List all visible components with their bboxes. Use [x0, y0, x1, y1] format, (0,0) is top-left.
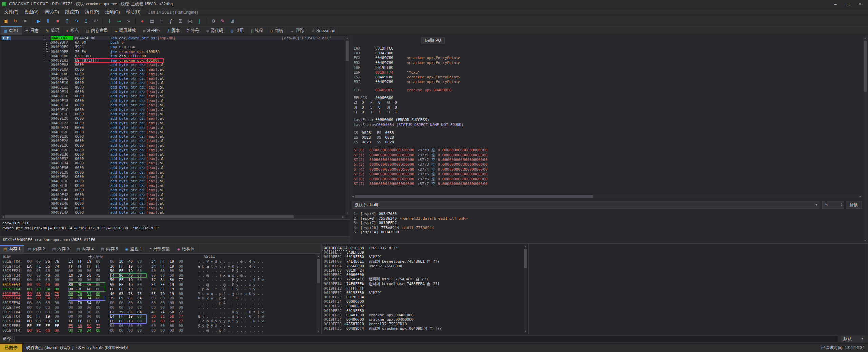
register-row[interactable]: ZF0PF0AF0	[354, 100, 862, 105]
disasm-row[interactable]: 00409E1C0000add byte ptr ds:[eax],al	[1, 107, 345, 112]
disasm-instruction[interactable]: add byte ptr ds:[eax],al	[108, 170, 282, 175]
dump-byte[interactable]: 9C	[78, 287, 87, 292]
disasm-address[interactable]: 00409E40	[51, 188, 73, 192]
register-row[interactable]: ST(7)00000000000000000000x87r7空0.0000000…	[354, 182, 862, 187]
disasm-instruction[interactable]: add byte ptr ds:[eax],al	[108, 116, 282, 121]
dump-dword-group[interactable]: 00004000	[27, 273, 64, 278]
disasm-row[interactable]: 00409E200000add byte ptr ds:[eax],al	[1, 116, 345, 121]
register-value[interactable]: 00347000	[375, 51, 402, 56]
dump-dword-group[interactable]: 00000000	[68, 269, 105, 273]
stack-address[interactable]: 0019FF34	[322, 317, 346, 322]
flag-ss[interactable]: SS002B	[377, 140, 394, 145]
disasm-bytes[interactable]: 8D4424 80	[73, 36, 108, 40]
disasm-gutter[interactable]	[1, 67, 51, 72]
disasm-bytes[interactable]: 75 FA	[73, 50, 108, 54]
dump-dword-group[interactable]: 00000000	[151, 269, 188, 273]
disasm-row[interactable]: 00409E120000add byte ptr ds:[eax],al	[1, 85, 345, 90]
dump-byte[interactable]: 00	[179, 301, 188, 306]
dump-address[interactable]: 0019FFF4	[1, 328, 23, 333]
disasm-row[interactable]: 00409E320000add byte ptr ds:[eax],al	[1, 157, 345, 161]
dump-byte[interactable]: 34	[160, 278, 170, 282]
dump-byte[interactable]: 00	[160, 328, 170, 333]
disasm-address[interactable]: 00409E36	[51, 165, 73, 170]
scroll-right-icon[interactable]: ▶	[341, 215, 345, 219]
disasm-bytes[interactable]: 0000	[73, 125, 108, 130]
tab-notes[interactable]: ✎笔记	[42, 26, 63, 35]
disasm-comment[interactable]	[282, 72, 345, 76]
dump-byte[interactable]: 00	[179, 292, 188, 296]
dump-byte[interactable]: 00	[160, 296, 170, 301]
dump-byte[interactable]: 00	[45, 278, 55, 282]
stack-address[interactable]: 0019FF10	[322, 277, 346, 281]
dump-ascii[interactable]: ÿÿÿÿå.\w........	[197, 324, 265, 328]
dump-byte[interactable]: 00	[27, 269, 36, 273]
disasm-bytes[interactable]: E9 F871FFFF	[73, 58, 108, 63]
disasm-address[interactable]: 00409E4A	[51, 210, 73, 215]
disasm-address[interactable]: 00409E14	[51, 90, 73, 94]
disasm-instruction[interactable]: add byte ptr ds:[eax],al	[108, 161, 282, 165]
dump-dword-group[interactable]: 00000000	[110, 305, 147, 310]
disasm-address[interactable]: 00409E2E	[51, 148, 73, 152]
dump-byte[interactable]: FF	[96, 264, 105, 269]
disasm-gutter[interactable]	[1, 170, 51, 175]
disasm-comment[interactable]	[282, 112, 345, 116]
execute-till-return-button[interactable]: ↥	[82, 17, 91, 25]
disasm-row[interactable]: 00409E180000add byte ptr ds:[eax],al	[1, 99, 345, 103]
dump-dword-group[interactable]: 809C4000	[68, 282, 105, 287]
disasm-instruction[interactable]: add byte ptr ds:[eax],al	[108, 107, 282, 112]
menu-debug[interactable]: 调试(D)	[42, 9, 62, 14]
dump-dword-group[interactable]: 8D63F3FD	[27, 319, 64, 324]
dump-byte[interactable]: E4	[151, 282, 160, 287]
disasm-comment[interactable]	[282, 54, 345, 58]
dump-byte[interactable]: 00	[68, 310, 78, 315]
register-row[interactable]: GS002BFS0053	[354, 131, 862, 135]
disasm-bytes[interactable]: 0000	[73, 179, 108, 183]
dump-byte[interactable]: 63	[119, 292, 128, 296]
stack-address[interactable]: 0019FF3C	[322, 326, 346, 331]
dump-byte[interactable]: 9C	[36, 328, 45, 333]
disasm-gutter[interactable]	[1, 179, 51, 183]
dump-byte[interactable]: 8A	[137, 296, 146, 301]
dump-dword-group[interactable]: 00703400	[68, 301, 105, 306]
dump-byte[interactable]: E2	[110, 310, 119, 315]
disasm-gutter[interactable]	[1, 85, 51, 90]
tab-handles[interactable]: ◇句柄	[267, 26, 287, 35]
dump-byte[interactable]: 00	[170, 273, 179, 278]
disasm-instruction[interactable]: add byte ptr ds:[eax],al	[108, 193, 282, 197]
dump-row[interactable]: 0019FF44000000000000000050FF19001C345A77…	[1, 278, 317, 282]
disasm-gutter[interactable]	[1, 58, 51, 63]
dump-byte[interactable]: 00	[55, 314, 64, 319]
flag-ds[interactable]: DS002B	[377, 135, 394, 140]
scroll-up-icon[interactable]: ▲	[863, 36, 867, 40]
disasm-instruction[interactable]: add byte ptr ds:[eax],al	[108, 139, 282, 143]
register-row[interactable]: EDX00409C80<crackme upx.EntryPoint>	[354, 61, 862, 65]
stack-value[interactable]: 00000000	[346, 299, 369, 304]
disasm-instruction[interactable]: add byte ptr ds:[eax],al	[108, 85, 282, 90]
disasm-gutter[interactable]: EIP	[1, 36, 51, 40]
dump-byte[interactable]: 00	[55, 278, 64, 282]
dump-dword-group[interactable]: 00703400	[68, 328, 105, 333]
stack-value[interactable]: 0019FF30	[346, 255, 369, 259]
disasm-row[interactable]: 00409E280000add byte ptr ds:[eax],al	[1, 134, 345, 139]
register-row[interactable]: LastStatusC0000034 (STATUS_OBJECT_NAME_N…	[354, 123, 862, 128]
disasm-row[interactable]: 00409E3A0000add byte ptr ds:[eax],al	[1, 175, 345, 179]
dump-byte[interactable]: 00	[45, 301, 55, 306]
dump-byte[interactable]: 00	[55, 328, 64, 333]
dump-byte[interactable]: 00	[96, 314, 105, 319]
dump-byte[interactable]: FF	[160, 259, 170, 264]
register-row[interactable]: ECX00409C80<crackme upx.EntryPoint>	[354, 56, 862, 60]
tab-references[interactable]: ◎引用	[227, 26, 248, 35]
dump-byte[interactable]: 30	[110, 264, 119, 269]
scrollbar-thumb[interactable]	[864, 41, 867, 92]
dump-byte[interactable]: 79	[119, 310, 128, 315]
disasm-bytes[interactable]: 0000	[73, 121, 108, 125]
stack-value[interactable]: 00000000	[346, 273, 369, 277]
step-back-button[interactable]: ↶	[91, 17, 100, 25]
disasm-bytes[interactable]: 0000	[73, 175, 108, 179]
dump-dword-group[interactable]: FFFFFFFF	[68, 264, 105, 269]
dump-byte[interactable]: 00	[36, 259, 45, 264]
disasm-gutter[interactable]	[1, 134, 51, 139]
disasm-comment[interactable]	[282, 143, 345, 148]
disasm-row[interactable]: 00409E420000add byte ptr ds:[eax],al	[1, 193, 345, 197]
dump-byte[interactable]: FF	[119, 278, 128, 282]
